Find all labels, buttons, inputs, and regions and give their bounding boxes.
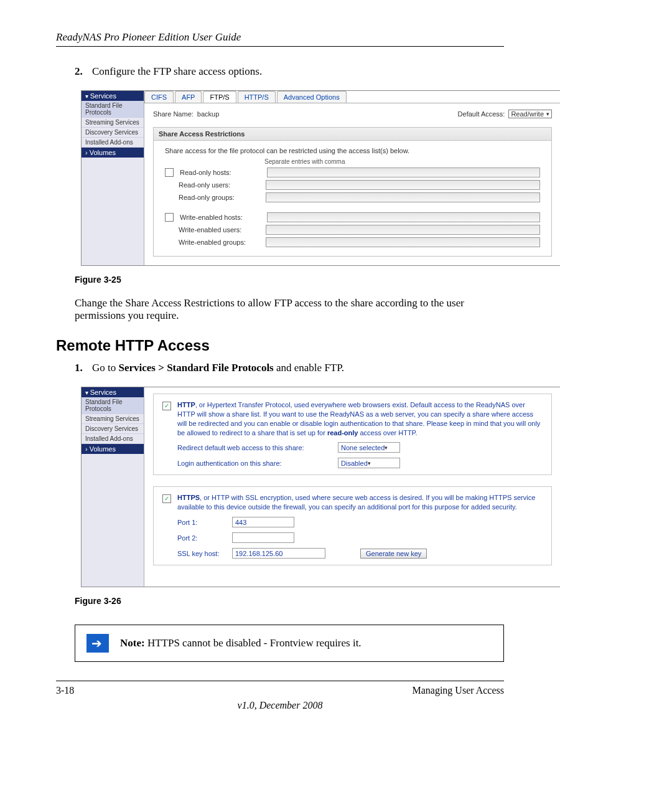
read-only-groups-label: Read-only groups: [179,194,259,201]
write-enabled-users-input[interactable] [266,225,540,235]
paragraph-after-fig25: Change the Share Access Restrictions to … [75,297,504,322]
step-1b-bold: Services > Standard File Protocols [119,362,274,374]
tab-https[interactable]: HTTP/S [238,91,276,103]
note-arrow-icon [86,634,109,653]
sidebar-item-installed-addons[interactable]: Installed Add-ons [82,138,144,148]
read-only-users-input[interactable] [266,180,540,190]
default-access-label: Default Access: [458,110,505,118]
ssl-key-host-label: SSL key host: [177,550,227,557]
sidebar-item-standard-file-protocols[interactable]: Standard File Protocols [82,397,144,414]
doc-header-title: ReadyNAS Pro Pioneer Edition User Guide [56,31,504,44]
read-only-checkbox[interactable] [165,168,174,177]
port2-input[interactable] [232,532,294,543]
redirect-label: Redirect default web access to this shar… [177,444,333,451]
note-label: Note: [120,637,145,649]
sidebar-heading-volumes[interactable]: Volumes [82,444,144,454]
https-text: , or HTTP with SSL encryption, used wher… [177,494,535,511]
redirect-select[interactable]: None selected [338,442,400,453]
share-access-restrictions-panel: Share Access Restrictions Share access f… [153,127,552,257]
https-description: HTTPS, or HTTP with SSL encryption, used… [177,493,543,512]
tab-bar: CIFS AFP FTP/S HTTP/S Advanced Options [144,91,560,103]
read-only-hosts-label: Read-only hosts: [180,169,261,176]
section-heading-remote-http-access: Remote HTTP Access [56,337,504,354]
write-enabled-hosts-input[interactable] [267,212,540,222]
footer-rule [56,681,504,681]
step-2-text: Configure the FTP share access options. [92,65,262,78]
read-only-users-label: Read-only users: [179,181,259,189]
tab-advanced-options[interactable]: Advanced Options [277,91,347,103]
default-access-select[interactable]: Read/write [508,110,552,118]
sidebar-heading-services[interactable]: Services [82,91,144,101]
step-1b-number: 1. [75,362,92,374]
share-info-row: Share Name: backup Default Access: Read/… [144,103,560,127]
https-enable-checkbox[interactable] [162,494,171,503]
note-text: Note: HTTPS cannot be disabled - Frontvi… [120,637,362,649]
header-rule [56,46,504,47]
footer: 3-18 Managing User Access [56,685,504,696]
sidebar-heading-services[interactable]: Services [82,387,144,397]
http-bold: HTTP [177,401,195,408]
http-block: HTTP, or Hypertext Transfer Protocol, us… [153,394,552,475]
http-text2: access over HTTP. [358,429,417,437]
footer-page-number: 3-18 [56,685,74,696]
note-box: Note: HTTPS cannot be disabled - Frontvi… [75,625,504,662]
sidebar: Services Standard File Protocols Streami… [82,91,144,265]
http-bold2: read-only [327,429,358,437]
screenshot-fig-3-26: Services Standard File Protocols Streami… [81,387,560,587]
figure-3-26-caption: Figure 3-26 [75,596,504,606]
step-1b-prefix: Go to [92,362,119,374]
footer-section: Managing User Access [412,685,504,696]
step-1b: 1. Go to Services > Standard File Protoc… [75,362,504,374]
generate-new-key-button[interactable]: Generate new key [360,549,427,559]
panel-description: Share access for the file protocol can b… [165,147,540,154]
write-enabled-groups-input[interactable] [266,237,540,247]
share-name-value: backup [197,110,219,118]
login-auth-select[interactable]: Disabled [338,458,400,468]
port1-input[interactable]: 443 [232,517,294,527]
write-enabled-checkbox[interactable] [165,213,174,222]
sidebar-item-discovery-services[interactable]: Discovery Services [82,128,144,138]
sidebar-item-installed-addons[interactable]: Installed Add-ons [82,434,144,444]
write-enabled-hosts-label: Write-enabled hosts: [180,214,261,221]
figure-3-25-caption: Figure 3-25 [75,275,504,285]
tab-ftps[interactable]: FTP/S [203,91,236,103]
tab-cifs[interactable]: CIFS [144,91,174,103]
main-panel: HTTP, or Hypertext Transfer Protocol, us… [144,387,560,587]
step-2: 2. Configure the FTP share access option… [75,65,504,78]
tab-afp[interactable]: AFP [175,91,202,103]
sidebar-heading-volumes[interactable]: Volumes [82,148,144,158]
sidebar-item-standard-file-protocols[interactable]: Standard File Protocols [82,101,144,118]
share-name-label: Share Name: [153,110,194,118]
sidebar-item-discovery-services[interactable]: Discovery Services [82,424,144,434]
http-description: HTTP, or Hypertext Transfer Protocol, us… [177,400,543,437]
write-enabled-groups-label: Write-enabled groups: [179,238,259,246]
sidebar-item-streaming-services[interactable]: Streaming Services [82,118,144,128]
panel-title: Share Access Restrictions [154,128,551,141]
read-only-hosts-input[interactable] [267,168,540,177]
step-2-number: 2. [75,65,92,78]
sidebar: Services Standard File Protocols Streami… [82,387,144,587]
main-panel: CIFS AFP FTP/S HTTP/S Advanced Options S… [144,91,560,265]
ssl-key-host-input[interactable]: 192.168.125.60 [232,548,325,559]
footer-version: v1.0, December 2008 [56,700,504,711]
port1-label: Port 1: [177,519,227,526]
screenshot-fig-3-25: Services Standard File Protocols Streami… [81,90,560,266]
note-body: HTTPS cannot be disabled - Frontview req… [145,637,362,649]
step-1b-suffix: and enable FTP. [274,362,344,374]
http-enable-checkbox[interactable] [162,402,171,410]
https-bold: HTTPS [177,494,200,501]
port2-label: Port 2: [177,534,227,542]
login-auth-label: Login authentication on this share: [177,460,333,467]
write-enabled-users-label: Write-enabled users: [179,226,259,234]
sidebar-item-streaming-services[interactable]: Streaming Services [82,414,144,424]
step-1b-text: Go to Services > Standard File Protocols… [92,362,344,374]
read-only-groups-input[interactable] [266,192,540,202]
panel-hint: Separate entries with comma [264,158,540,165]
https-block: HTTPS, or HTTP with SSL encryption, used… [153,486,552,565]
